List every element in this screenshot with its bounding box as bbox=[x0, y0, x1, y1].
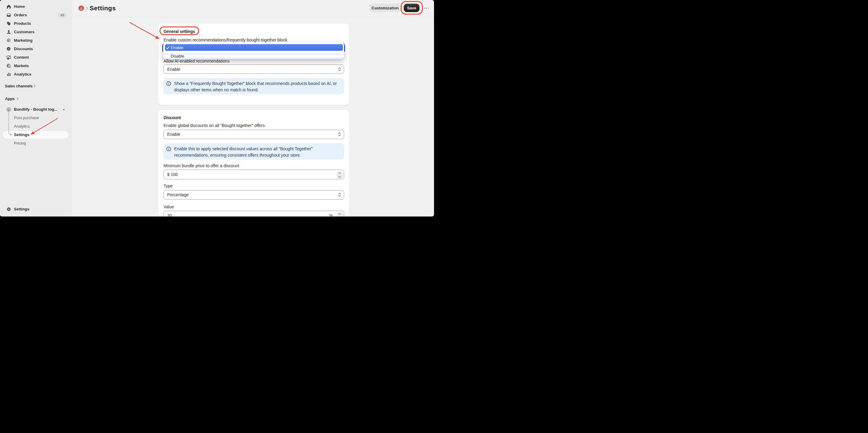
svg-text:$: $ bbox=[9, 66, 10, 68]
